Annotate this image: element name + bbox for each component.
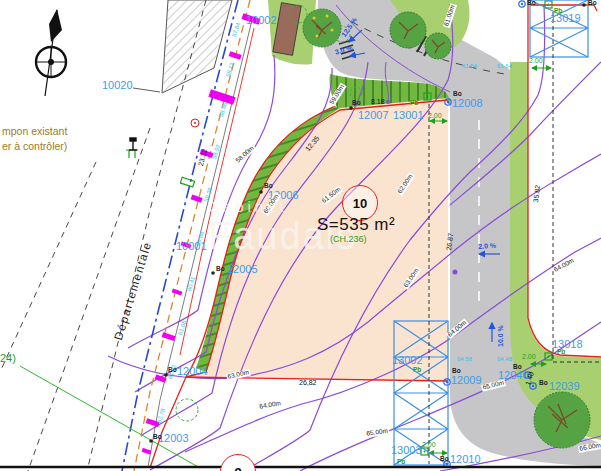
spot-elevation-60-41: 60.41 [186,276,196,292]
point-label-13002: 13002 [392,355,423,366]
parcel-number: 10 [353,196,367,211]
point-label-12008: 12008 [452,98,483,109]
spot-elevation-61-08: 61.08 [177,320,187,336]
point-label-13019: 13019 [550,13,581,24]
parcel-cadastral-ref: (CH.236) [330,234,367,244]
point-label-12005: 12005 [227,264,258,275]
point-label-13003: 13003 [391,445,422,456]
contour-label-64-00m: 64.00m [258,400,282,411]
dimension-35-82: 35.82 [532,185,541,203]
dimension-8-18: 8.18 [371,98,385,105]
slope-label-3-0-: 3.0 % [334,44,353,56]
spot-elevation-64-58: 64.58 [457,356,472,362]
spot-elevation-57-84: 57.84 [231,22,241,38]
point-label-10002: 10002 [246,15,277,26]
dimension-2-00: 2.00 [522,353,536,360]
marker-bo: Bo [453,91,462,98]
marker-bo: Bo [352,100,361,107]
point-label-12010: 12010 [450,454,481,465]
green-reference-label: 24) [0,352,16,364]
contour-label-62-00m: 62.00m [396,172,415,195]
dimension-26-87: 26.87 [445,233,454,251]
dimension-23-32: 23.32 [197,148,208,167]
marker-pb: Pb [554,8,562,15]
watermark-line-1: Cabinet [208,198,357,215]
marker-pb: Pb [557,349,565,356]
marker-pb: Pb [413,367,421,374]
marker-bo: Bo [513,364,522,371]
note-line-1: mpon existant [2,124,67,139]
marker-bo: Bo [440,456,449,463]
marker-bo: Bo [527,0,536,7]
dimension-26-82: 26,82 [299,379,317,386]
point-label-13001: 13001 [393,110,424,121]
marker-bo: Bo [588,0,597,7]
spot-elevation-62-78: 62.78 [156,408,166,424]
slope-label-2-0-: 2.0 % [478,242,496,250]
marker-bo: Bo [153,434,162,441]
marker-pb: Pb [397,459,405,466]
point-label-12007: 12007 [358,110,389,121]
contour-label-61-00m: 61.00m [443,3,457,28]
point-label-12039: 12039 [549,381,580,392]
marker-bo: Bo [216,266,225,273]
parcel-area-label: S=535 m² [317,215,395,235]
note-existing-manhole: mpon existant er à contrôler) [2,124,67,153]
marker-bo: Bo [264,183,273,190]
slope-label-12-5-: 12.5 % [340,16,358,38]
spot-elevation-64-48: 64.48 [497,356,512,362]
spot-elevation-61-64: 61.64 [497,63,512,69]
point-label-12009: 12009 [451,375,482,386]
contour-label-63-00m: 63.00m [226,369,251,380]
note-line-2: er à contrôler) [2,139,67,154]
contour-label-63-00m: 63.00m [402,266,421,289]
adjacent-parcel-number: 9 [234,465,241,471]
dimension-2-00: 2.00 [422,441,436,448]
contour-label-64-00m: 64.00m [446,319,468,339]
contour-label-66-00m: 66.00m [578,442,601,453]
marker-pb: Pb [410,100,418,107]
spot-elevation-58-46: 58.46 [218,102,228,118]
dimension-2-00: 2.00 [428,112,442,119]
dimension-12-35: 12.35 [304,135,321,153]
spot-elevation-58-12: 58.12 [225,62,235,78]
contour-label-65-00m: 65.00m [481,379,506,391]
contour-label-64-00m: 64.00m [552,257,576,274]
contour-label-59-00m: 59.00m [328,83,346,107]
spot-elevation-61-54: 61.54 [462,63,477,69]
point-label-10020: 10020 [102,80,133,91]
marker-bo: Bo [452,368,461,375]
point-label-12003: 12003 [158,433,189,444]
contour-label-58-00m: 58.00m [234,144,256,165]
slope-label-10-0-: 10.0 % [497,325,504,347]
point-label-12004: 12004 [177,366,208,377]
spot-elevation-58-92: 58.92 [211,144,221,160]
site-plan-map: 1002010002100011200713001120081301912006… [0,0,601,471]
dimension-2-00: 2.00 [529,57,543,64]
contour-label-65-00m: 65.00m [365,428,389,438]
marker-bo: Bo [539,380,548,387]
